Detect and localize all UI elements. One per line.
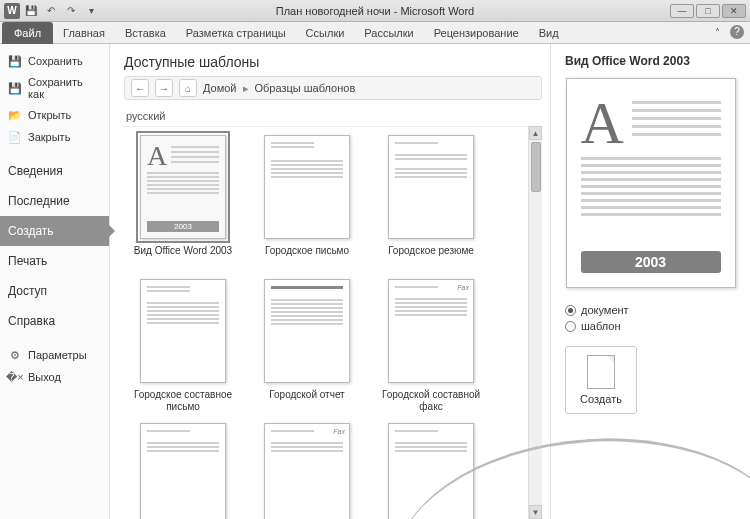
- sidebar-label: Последние: [8, 194, 70, 208]
- help-icon[interactable]: ?: [730, 25, 744, 39]
- ribbon-tabs: Файл Главная Вставка Разметка страницы С…: [0, 22, 750, 44]
- sidebar-label: Параметры: [28, 349, 87, 361]
- tab-home[interactable]: Главная: [53, 22, 115, 44]
- tab-review[interactable]: Рецензирование: [424, 22, 529, 44]
- chevron-right-icon: ▸: [243, 82, 249, 95]
- template-item[interactable]: Fax Городской составной факс: [376, 279, 486, 413]
- save-as-icon: 💾: [8, 81, 22, 95]
- radio-icon: [565, 305, 576, 316]
- preview-year: 2003: [581, 251, 721, 273]
- sidebar-item-open[interactable]: 📂Открыть: [0, 104, 109, 126]
- scroll-up-button[interactable]: ▲: [529, 126, 542, 140]
- template-item[interactable]: Городское составное письмо: [128, 279, 238, 413]
- sidebar-label: Выход: [28, 371, 61, 383]
- nav-forward-button[interactable]: →: [155, 79, 173, 97]
- scroll-thumb[interactable]: [531, 142, 541, 192]
- window-title: План новогодней ночи - Microsoft Word: [276, 5, 474, 17]
- template-label: Городской отчет: [269, 389, 344, 413]
- close-file-icon: 📄: [8, 130, 22, 144]
- template-item[interactable]: A 2003 Вид Office Word 2003: [128, 135, 238, 269]
- template-item[interactable]: Городское резюме: [376, 135, 486, 269]
- panel-title: Доступные шаблоны: [124, 54, 542, 70]
- qat-dropdown-icon[interactable]: ▾: [82, 3, 100, 19]
- template-label: Городское письмо: [265, 245, 349, 269]
- template-item[interactable]: Городской отчет: [252, 279, 362, 413]
- radio-icon: [565, 321, 576, 332]
- templates-panel: Доступные шаблоны ← → ⌂ Домой ▸ Образцы …: [110, 44, 550, 519]
- create-type-radios: документ шаблон: [565, 302, 736, 334]
- template-thumb: Fax: [388, 279, 474, 383]
- sidebar-item-exit[interactable]: �×Выход: [0, 366, 109, 388]
- template-thumb: [388, 423, 474, 519]
- quick-access-toolbar: W 💾 ↶ ↷ ▾: [0, 3, 100, 19]
- sidebar-label: Создать: [8, 224, 54, 238]
- sidebar-label: Закрыть: [28, 131, 70, 143]
- tab-references[interactable]: Ссылки: [296, 22, 355, 44]
- template-item[interactable]: [128, 423, 238, 519]
- window-controls: — □ ✕: [670, 4, 746, 18]
- sidebar-item-new[interactable]: Создать: [0, 216, 109, 246]
- file-tab[interactable]: Файл: [2, 22, 53, 44]
- sidebar-item-save-as[interactable]: 💾Сохранить как: [0, 72, 109, 104]
- template-item[interactable]: Городское письмо: [252, 135, 362, 269]
- radio-document[interactable]: документ: [565, 302, 736, 318]
- sidebar-item-close[interactable]: 📄Закрыть: [0, 126, 109, 148]
- sidebar-label: Сведения: [8, 164, 63, 178]
- minimize-button[interactable]: —: [670, 4, 694, 18]
- template-scroll-area[interactable]: A 2003 Вид Office Word 2003 Городс: [124, 126, 528, 519]
- template-thumb: [388, 135, 474, 239]
- radio-label: шаблон: [581, 320, 620, 332]
- tab-layout[interactable]: Разметка страницы: [176, 22, 296, 44]
- title-bar: W 💾 ↶ ↷ ▾ План новогодней ночи - Microso…: [0, 0, 750, 22]
- breadcrumb-samples[interactable]: Образцы шаблонов: [255, 82, 356, 94]
- ribbon-minimize-icon[interactable]: ˄: [708, 25, 726, 41]
- breadcrumb: ← → ⌂ Домой ▸ Образцы шаблонов: [124, 76, 542, 100]
- radio-template[interactable]: шаблон: [565, 318, 736, 334]
- scroll-down-button[interactable]: ▼: [529, 505, 542, 519]
- template-grid: A 2003 Вид Office Word 2003 Городс: [124, 127, 528, 519]
- sidebar-label: Доступ: [8, 284, 47, 298]
- save-icon: 💾: [8, 54, 22, 68]
- template-label: Городское резюме: [388, 245, 474, 269]
- tab-mailings[interactable]: Рассылки: [354, 22, 423, 44]
- backstage-view: 💾Сохранить 💾Сохранить как 📂Открыть 📄Закр…: [0, 44, 750, 519]
- sidebar-item-save[interactable]: 💾Сохранить: [0, 50, 109, 72]
- sidebar-item-print[interactable]: Печать: [0, 246, 109, 276]
- create-button[interactable]: Создать: [565, 346, 637, 414]
- backstage-sidebar: 💾Сохранить 💾Сохранить как 📂Открыть 📄Закр…: [0, 44, 110, 519]
- save-icon[interactable]: 💾: [22, 3, 40, 19]
- maximize-button[interactable]: □: [696, 4, 720, 18]
- template-label: Городской составной факс: [376, 389, 486, 413]
- sidebar-label: Открыть: [28, 109, 71, 121]
- sidebar-item-info[interactable]: Сведения: [0, 156, 109, 186]
- preview-panel: Вид Office Word 2003 A 2003 документ шаб…: [550, 44, 750, 519]
- sidebar-label: Справка: [8, 314, 55, 328]
- word-app-icon[interactable]: W: [4, 3, 20, 19]
- sidebar-item-share[interactable]: Доступ: [0, 276, 109, 306]
- tab-insert[interactable]: Вставка: [115, 22, 176, 44]
- tab-view[interactable]: Вид: [529, 22, 569, 44]
- backstage-main: Доступные шаблоны ← → ⌂ Домой ▸ Образцы …: [110, 44, 750, 519]
- scrollbar[interactable]: ▲ ▼: [528, 126, 542, 519]
- template-item[interactable]: Fax: [252, 423, 362, 519]
- sidebar-item-recent[interactable]: Последние: [0, 186, 109, 216]
- home-icon[interactable]: ⌂: [179, 79, 197, 97]
- template-label: Городское составное письмо: [128, 389, 238, 413]
- sidebar-label: Печать: [8, 254, 47, 268]
- nav-back-button[interactable]: ←: [131, 79, 149, 97]
- sidebar-label: Сохранить: [28, 55, 83, 67]
- section-label: русский: [124, 106, 542, 126]
- template-thumb: [140, 279, 226, 383]
- sidebar-item-help[interactable]: Справка: [0, 306, 109, 336]
- open-icon: 📂: [8, 108, 22, 122]
- radio-label: документ: [581, 304, 629, 316]
- undo-icon[interactable]: ↶: [42, 3, 60, 19]
- sidebar-item-options[interactable]: ⚙Параметры: [0, 344, 109, 366]
- options-icon: ⚙: [8, 348, 22, 362]
- redo-icon[interactable]: ↷: [62, 3, 80, 19]
- template-thumb: Fax: [264, 423, 350, 519]
- template-thumb: [264, 279, 350, 383]
- close-button[interactable]: ✕: [722, 4, 746, 18]
- template-item[interactable]: [376, 423, 486, 519]
- breadcrumb-home[interactable]: Домой: [203, 82, 237, 94]
